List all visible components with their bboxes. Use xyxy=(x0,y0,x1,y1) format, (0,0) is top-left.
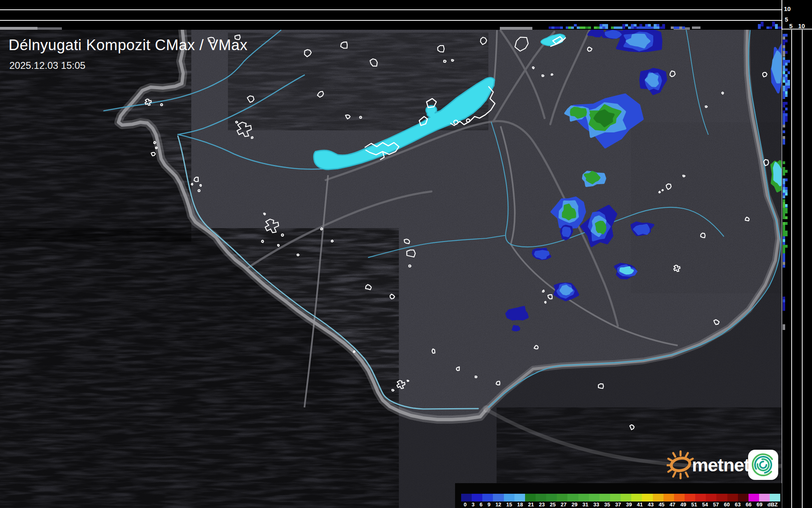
brand-name: metnet xyxy=(692,455,750,476)
profile-echo-pixel xyxy=(625,24,628,26)
dbz-colorbar: 0369121518212325272931333537394143454749… xyxy=(455,483,782,508)
product-timestamp: 2025.12.03 15:05 xyxy=(9,60,85,71)
profile-echo-pixel xyxy=(785,216,788,219)
profile-echo-pixel xyxy=(783,170,785,173)
profile-echo-pixel xyxy=(783,265,785,268)
profile-echo-pixel xyxy=(619,26,622,29)
profile-echo-pixel xyxy=(769,26,772,29)
profile-echo-pixel xyxy=(785,80,788,83)
radar-echo xyxy=(563,228,570,236)
profile-echo-pixel xyxy=(788,86,790,88)
panel-separator-top xyxy=(781,0,782,30)
legend-tick-label: 21 xyxy=(525,502,536,508)
legend-tick-label: 43 xyxy=(645,502,656,508)
profile-echo-pixel xyxy=(602,26,605,29)
profile-echo-pixel xyxy=(785,245,788,248)
legend-tick-label: 54 xyxy=(700,502,711,508)
right-profile-panel xyxy=(781,0,812,508)
profile-echo-pixel xyxy=(783,187,785,190)
legend-swatch xyxy=(749,494,759,501)
profile-echo-pixel xyxy=(557,26,560,29)
profile-echo-pixel xyxy=(617,26,619,29)
profile-echo-pixel xyxy=(783,262,785,265)
profile-echo-pixel xyxy=(783,205,785,208)
profile-echo-pixel xyxy=(783,202,785,205)
profile-echo-pixel xyxy=(783,190,785,193)
legend-tick-label: 60 xyxy=(721,502,732,508)
profile-echo-pixel xyxy=(602,24,605,26)
profile-echo-pixel xyxy=(785,68,788,71)
radar-product-image: Délnyugati Kompozit CMax / VMax 2025.12.… xyxy=(0,0,812,508)
profile-echo-pixel xyxy=(671,26,674,29)
profile-echo-pixel xyxy=(594,26,597,29)
profile-echo-pixel xyxy=(785,40,788,42)
profile-echo-pixel xyxy=(783,74,785,77)
legend-tick-label: 23 xyxy=(536,502,547,508)
profile-echo-pixel xyxy=(783,110,785,113)
legend-swatch xyxy=(759,494,770,501)
profile-echo-pixel xyxy=(783,119,785,122)
profile-echo-pixel xyxy=(775,24,778,26)
profile-echo-pixel xyxy=(785,102,788,105)
legend-swatch xyxy=(685,494,695,501)
legend-swatch xyxy=(504,494,514,501)
profile-echo-pixel xyxy=(772,22,775,24)
profile-echo-pixel xyxy=(605,24,608,26)
legend-swatch xyxy=(482,494,493,501)
profile-echo-pixel xyxy=(783,139,785,142)
profile-echo-pixel xyxy=(783,96,785,99)
legend-swatch xyxy=(567,494,578,501)
legend-tick-label: 33 xyxy=(591,502,602,508)
profile-echo-pixel xyxy=(778,26,781,29)
profile-echo-pixel xyxy=(783,122,785,125)
legend-swatch xyxy=(695,494,706,501)
sun-icon xyxy=(667,451,693,478)
profile-echo-pixel xyxy=(785,74,788,77)
profile-echo-pixel xyxy=(766,26,769,29)
profile-echo-pixel xyxy=(639,24,642,26)
right-panel-height-label-10: 10 xyxy=(798,22,805,29)
profile-echo-pixel xyxy=(783,259,785,262)
profile-echo-pixel xyxy=(783,116,785,119)
profile-echo-pixel xyxy=(783,242,785,245)
profile-echo-pixel xyxy=(783,66,785,68)
profile-echo-pixel xyxy=(783,178,785,181)
profile-echo-pixel xyxy=(577,26,580,29)
profile-echo-pixel xyxy=(783,196,785,198)
profile-echo-pixel xyxy=(783,251,785,253)
profile-echo-pixel xyxy=(783,113,785,116)
profile-echo-pixel xyxy=(785,77,788,80)
profile-echo-pixel xyxy=(651,26,654,29)
profile-echo-pixel xyxy=(783,256,785,259)
profile-echo-pixel xyxy=(622,26,625,29)
profile-echo-pixel xyxy=(758,26,761,29)
profile-echo-pixel xyxy=(783,48,785,51)
legend-swatch xyxy=(716,494,727,501)
top-panel-ground-segment xyxy=(0,27,37,30)
top-panel-line-10km xyxy=(0,9,782,10)
radar-echo xyxy=(606,31,621,37)
profile-echo-pixel xyxy=(783,91,785,94)
profile-echo-pixel xyxy=(783,54,785,57)
profile-echo-pixel xyxy=(642,26,645,29)
profile-echo-pixel xyxy=(775,26,778,29)
profile-echo-pixel xyxy=(783,102,785,105)
profile-echo-pixel xyxy=(785,170,788,173)
legend-swatch xyxy=(610,494,621,501)
radar-echo xyxy=(571,108,586,117)
legend-tick-label: 63 xyxy=(732,502,743,508)
profile-echo-pixel xyxy=(785,113,788,116)
right-panel-height-label-5: 5 xyxy=(789,22,792,29)
profile-echo-pixel xyxy=(783,324,785,327)
right-panel-line-5km xyxy=(791,30,792,508)
profile-echo-pixel xyxy=(783,327,785,330)
legend-swatch xyxy=(578,494,589,501)
legend-tick-label: 0 xyxy=(461,502,469,508)
legend-swatch xyxy=(514,494,525,501)
metnet-branding: metnet xyxy=(667,447,785,482)
legend-unit-label: dBZ xyxy=(765,502,780,508)
profile-echo-pixel xyxy=(783,213,785,216)
profile-echo-pixel xyxy=(588,26,591,29)
profile-echo-pixel xyxy=(585,26,588,29)
profile-echo-pixel xyxy=(785,211,788,213)
